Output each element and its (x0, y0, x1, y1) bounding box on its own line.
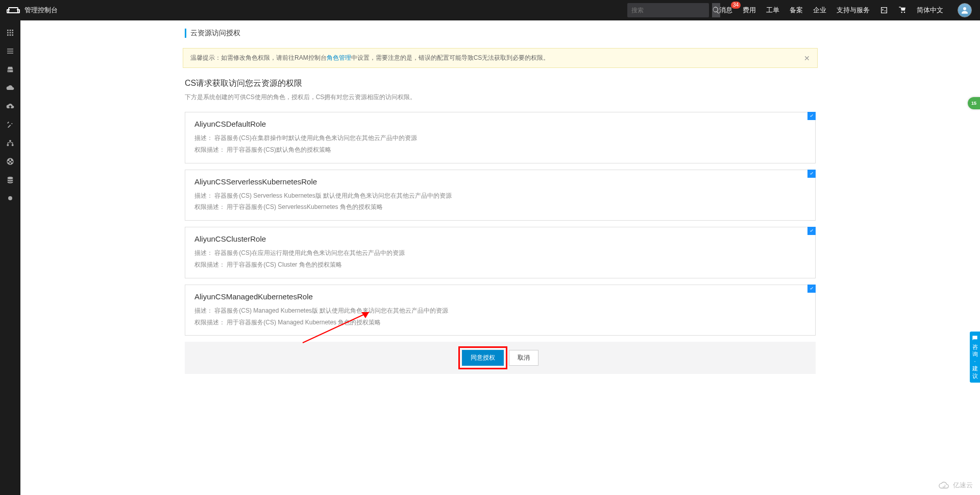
cart-icon (898, 6, 906, 14)
logo-icon[interactable] (8, 7, 18, 13)
search-input[interactable] (627, 7, 712, 14)
nav-language[interactable]: 简体中文 (917, 6, 943, 15)
user-avatar[interactable] (958, 3, 972, 17)
svg-point-0 (963, 7, 966, 10)
messages-badge: 34 (731, 2, 741, 9)
nav-enterprise[interactable]: 企业 (813, 6, 826, 15)
nav-messages[interactable]: 消息 34 (719, 6, 732, 15)
console-title[interactable]: 管理控制台 (24, 6, 58, 15)
avatar-icon (960, 6, 969, 15)
nav-beian[interactable]: 备案 (790, 6, 803, 15)
nav-workorder[interactable]: 工单 (766, 6, 779, 15)
logo-area: 管理控制台 (8, 6, 58, 15)
nav-cart-icon[interactable] (898, 6, 906, 14)
nav-cloudshell-icon[interactable] (880, 6, 888, 14)
nav-billing[interactable]: 费用 (743, 6, 756, 15)
nav-support[interactable]: 支持与服务 (837, 6, 870, 15)
terminal-icon (880, 6, 888, 14)
top-header: 管理控制台 消息 34 费用 工单 备案 企业 支持与服务 简体中文 (0, 0, 980, 20)
header-nav: 消息 34 费用 工单 备案 企业 支持与服务 简体中文 (719, 3, 972, 17)
nav-messages-label: 消息 (719, 6, 732, 15)
search-box (627, 3, 709, 17)
